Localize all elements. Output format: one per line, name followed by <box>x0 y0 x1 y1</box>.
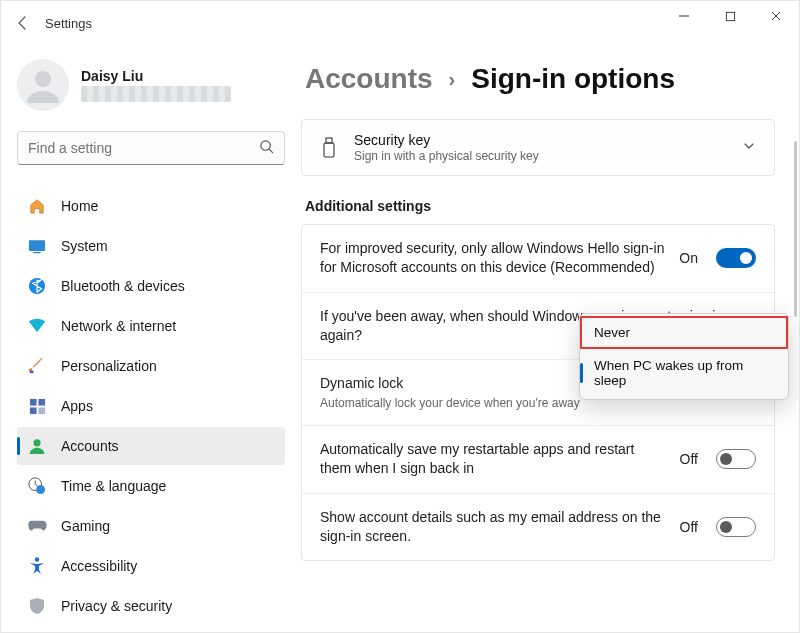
sidebar-item-apps[interactable]: Apps <box>17 387 285 425</box>
row-windows-hello-only: For improved security, only allow Window… <box>302 225 774 293</box>
person-icon <box>27 436 47 456</box>
row-text: For improved security, only allow Window… <box>320 239 665 278</box>
sidebar-item-bluetooth[interactable]: Bluetooth & devices <box>17 267 285 305</box>
chevron-down-icon <box>742 139 756 156</box>
svg-point-11 <box>33 439 40 446</box>
titlebar-title: Settings <box>45 16 92 31</box>
sidebar-item-network[interactable]: Network & internet <box>17 307 285 345</box>
svg-rect-10 <box>38 407 45 414</box>
system-icon <box>27 236 47 256</box>
usb-key-icon <box>320 136 338 160</box>
svg-rect-15 <box>326 138 332 143</box>
window-controls <box>661 1 799 45</box>
option-label: When PC wakes up from sleep <box>594 358 743 388</box>
search-icon <box>249 139 284 157</box>
brush-icon <box>27 356 47 376</box>
additional-settings-header: Additional settings <box>305 198 775 214</box>
sidebar-item-label: Apps <box>61 398 93 414</box>
svg-point-1 <box>35 71 51 87</box>
minimize-button[interactable] <box>661 1 707 31</box>
apps-icon <box>27 396 47 416</box>
toggle-state-label: Off <box>680 519 698 535</box>
wifi-icon <box>27 316 47 336</box>
svg-rect-9 <box>29 407 36 414</box>
sidebar-item-privacy[interactable]: Privacy & security <box>17 587 285 625</box>
security-key-subtitle: Sign in with a physical security key <box>354 149 726 163</box>
bluetooth-icon <box>27 276 47 296</box>
sidebar-item-accessibility[interactable]: Accessibility <box>17 547 285 585</box>
profile-block[interactable]: Daisy Liu <box>17 55 285 115</box>
row-restartable-apps: Automatically save my restartable apps a… <box>302 426 774 494</box>
sidebar-item-label: Time & language <box>61 478 166 494</box>
svg-rect-7 <box>29 398 36 405</box>
security-key-card[interactable]: Security key Sign in with a physical sec… <box>301 119 775 176</box>
toggle-windows-hello[interactable] <box>716 248 756 268</box>
shield-icon <box>27 596 47 616</box>
gamepad-icon <box>27 516 47 536</box>
toggle-restartable-apps[interactable] <box>716 449 756 469</box>
toggle-state-label: Off <box>680 451 698 467</box>
chevron-right-icon: › <box>449 68 456 91</box>
sidebar-item-accounts[interactable]: Accounts <box>17 427 285 465</box>
close-button[interactable] <box>753 1 799 31</box>
breadcrumb-page: Sign-in options <box>471 63 675 95</box>
titlebar: Settings <box>1 1 799 45</box>
sidebar: Daisy Liu Home System <box>1 45 301 633</box>
sidebar-item-label: Network & internet <box>61 318 176 334</box>
row-title: Dynamic lock <box>320 375 403 391</box>
home-icon <box>27 196 47 216</box>
sidebar-item-label: Home <box>61 198 98 214</box>
svg-point-13 <box>36 485 45 494</box>
svg-rect-0 <box>726 12 734 20</box>
row-text: Automatically save my restartable apps a… <box>320 440 666 479</box>
back-button[interactable] <box>9 9 37 37</box>
require-signin-dropdown[interactable]: Never When PC wakes up from sleep <box>579 313 789 400</box>
toggle-state-label: On <box>679 250 698 266</box>
sidebar-item-home[interactable]: Home <box>17 187 285 225</box>
svg-rect-6 <box>30 371 34 374</box>
svg-point-14 <box>35 557 39 561</box>
sidebar-item-time-language[interactable]: Time & language <box>17 467 285 505</box>
maximize-button[interactable] <box>707 1 753 31</box>
row-text: Show account details such as my email ad… <box>320 508 666 547</box>
sidebar-item-label: Privacy & security <box>61 598 172 614</box>
profile-name: Daisy Liu <box>81 68 231 84</box>
row-show-account-details: Show account details such as my email ad… <box>302 494 774 561</box>
avatar <box>17 59 69 111</box>
search-input[interactable] <box>18 140 249 156</box>
sidebar-item-label: System <box>61 238 108 254</box>
vertical-scrollbar[interactable] <box>794 141 797 317</box>
svg-rect-4 <box>33 251 40 252</box>
accessibility-icon <box>27 556 47 576</box>
sidebar-item-gaming[interactable]: Gaming <box>17 507 285 545</box>
profile-email-redacted <box>81 86 231 102</box>
breadcrumb-section[interactable]: Accounts <box>305 63 433 95</box>
sidebar-item-label: Accounts <box>61 438 119 454</box>
sidebar-item-label: Personalization <box>61 358 157 374</box>
toggle-show-account-details[interactable] <box>716 517 756 537</box>
nav-list: Home System Bluetooth & devices Network … <box>17 187 285 625</box>
sidebar-item-system[interactable]: System <box>17 227 285 265</box>
svg-rect-8 <box>38 398 45 405</box>
svg-rect-3 <box>29 240 45 251</box>
security-key-title: Security key <box>354 132 726 148</box>
clock-globe-icon <box>27 476 47 496</box>
dropdown-option-never[interactable]: Never <box>580 316 788 349</box>
dropdown-option-wake-from-sleep[interactable]: When PC wakes up from sleep <box>580 349 788 397</box>
sidebar-item-label: Bluetooth & devices <box>61 278 185 294</box>
sidebar-item-personalization[interactable]: Personalization <box>17 347 285 385</box>
svg-point-2 <box>261 141 270 150</box>
svg-rect-16 <box>324 143 334 157</box>
sidebar-item-label: Gaming <box>61 518 110 534</box>
sidebar-item-label: Accessibility <box>61 558 137 574</box>
search-box[interactable] <box>17 131 285 165</box>
option-label: Never <box>594 325 630 340</box>
breadcrumb: Accounts › Sign-in options <box>301 45 775 119</box>
